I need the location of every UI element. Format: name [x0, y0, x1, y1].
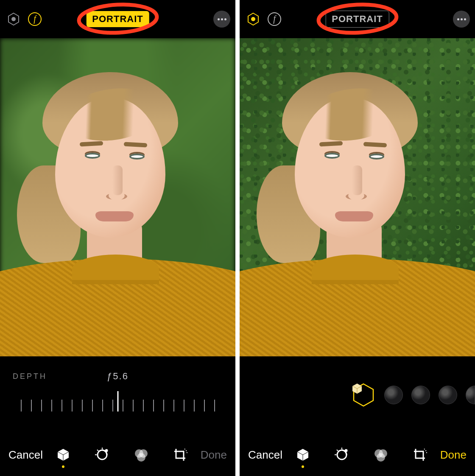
- more-button[interactable]: [453, 11, 470, 28]
- more-button[interactable]: [213, 11, 230, 28]
- more-dot-icon: [464, 18, 466, 20]
- photo-preview[interactable]: [0, 38, 235, 356]
- aperture-f-icon: f: [28, 12, 42, 26]
- portrait-lighting-button[interactable]: [5, 11, 22, 28]
- tab-adjust[interactable]: [93, 443, 112, 466]
- bottom-toolbar: Cancel: [240, 434, 475, 476]
- svg-point-14: [137, 453, 145, 462]
- more-dot-icon: [457, 18, 459, 20]
- svg-point-16: [251, 17, 255, 21]
- portrait-lighting-hex-icon: [6, 12, 21, 26]
- svg-point-8: [105, 449, 108, 452]
- aperture-f-button[interactable]: f: [26, 11, 43, 28]
- controls-panel: DEPTH ƒ5.6: [0, 356, 235, 434]
- more-dot-icon: [461, 18, 463, 20]
- filters-circles-icon: [373, 447, 389, 463]
- photo-preview[interactable]: [240, 38, 475, 356]
- depth-value: ƒ5.6: [107, 371, 129, 382]
- cancel-button[interactable]: Cancel: [8, 448, 43, 462]
- filters-circles-icon: [133, 447, 149, 463]
- svg-point-32: [377, 453, 385, 462]
- portrait-cube-icon: [295, 447, 310, 462]
- lighting-item-stage[interactable]: [439, 386, 457, 404]
- photo-subject: [0, 38, 235, 356]
- tab-filters[interactable]: [132, 443, 151, 466]
- lighting-carousel[interactable]: [248, 378, 467, 412]
- aperture-f-button[interactable]: f: [266, 11, 283, 28]
- svg-line-10: [97, 450, 98, 451]
- bottom-toolbar: Cancel: [0, 434, 235, 476]
- screen-left: f PORTRAIT: [0, 0, 235, 476]
- svg-line-28: [337, 450, 338, 451]
- slider-caret-icon: [117, 391, 118, 412]
- svg-point-26: [344, 449, 347, 452]
- lighting-item-studio[interactable]: [384, 386, 403, 404]
- crop-rotate-icon: [172, 446, 189, 463]
- tab-crop[interactable]: [171, 443, 190, 466]
- adjust-dial-icon: [94, 447, 110, 463]
- lighting-item-stage-mono[interactable]: [466, 386, 475, 404]
- aperture-f-icon: f: [267, 12, 282, 26]
- tab-filters[interactable]: [372, 443, 390, 466]
- photo-subject: [240, 38, 475, 356]
- done-button[interactable]: Done: [440, 448, 467, 462]
- depth-readout: DEPTH ƒ5.6: [8, 372, 227, 393]
- more-dot-icon: [218, 18, 220, 20]
- depth-label: DEPTH: [13, 372, 47, 381]
- tab-portrait[interactable]: [54, 443, 73, 466]
- crop-rotate-icon: [411, 446, 428, 463]
- done-button[interactable]: Done: [201, 448, 227, 462]
- portrait-cube-icon: [56, 447, 71, 462]
- active-dot-icon: [302, 465, 304, 468]
- svg-text:f: f: [34, 14, 37, 24]
- top-toolbar: f PORTRAIT: [240, 0, 475, 38]
- portrait-mode-badge[interactable]: PORTRAIT: [325, 11, 389, 28]
- svg-text:f: f: [273, 14, 277, 24]
- tab-adjust[interactable]: [332, 443, 351, 466]
- tab-crop[interactable]: [411, 443, 429, 466]
- top-toolbar: f PORTRAIT: [0, 0, 235, 38]
- svg-point-1: [11, 17, 16, 21]
- more-dot-icon: [224, 18, 226, 20]
- tab-portrait[interactable]: [293, 443, 312, 466]
- screen-right: f PORTRAIT: [240, 0, 475, 476]
- lighting-item-contour[interactable]: [411, 386, 430, 404]
- depth-slider[interactable]: [8, 393, 227, 418]
- natural-light-cube-icon: [351, 383, 363, 395]
- portrait-lighting-hex-icon: [246, 12, 260, 26]
- active-dot-icon: [62, 465, 64, 468]
- lighting-item-natural[interactable]: [351, 383, 376, 407]
- portrait-mode-badge[interactable]: PORTRAIT: [86, 11, 149, 27]
- controls-panel: [240, 356, 475, 434]
- cancel-button[interactable]: Cancel: [248, 448, 282, 462]
- adjust-dial-icon: [334, 447, 350, 463]
- portrait-lighting-button[interactable]: [245, 11, 262, 28]
- more-dot-icon: [221, 18, 223, 20]
